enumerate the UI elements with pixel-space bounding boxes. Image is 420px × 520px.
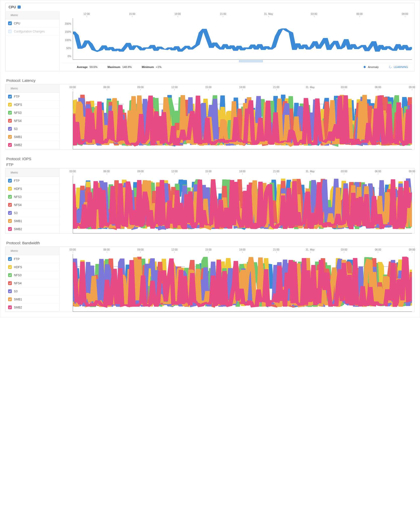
checkbox-icon[interactable]	[8, 219, 12, 223]
x-tick-label: 06:00	[375, 170, 381, 173]
chart-bandwidth[interactable]: 03:0006:0009:0012:0015:0018:0021:0031. M…	[60, 247, 414, 312]
checkbox-icon[interactable]	[8, 289, 12, 293]
legend-label: NFS4	[14, 119, 22, 123]
info-icon[interactable]: i	[18, 6, 21, 9]
legend-item-nfs4[interactable]: NFS4	[6, 117, 59, 125]
legend-label: Configuration Changes	[14, 30, 45, 33]
legend-item-nfs4[interactable]: NFS4	[6, 279, 59, 287]
legend-item-cpu[interactable]: CPU	[6, 19, 59, 27]
x-tick-label: 15:00	[205, 248, 212, 251]
legend-iops: Metric FTPHDFSNFS3NFS4S3SMB1SMB2	[6, 168, 60, 233]
legend-label: S3	[14, 127, 18, 131]
legend-item-smb2[interactable]: SMB2	[6, 225, 59, 233]
x-tick-label: 12:00	[171, 86, 178, 89]
anomaly-indicator: Anomaly	[363, 65, 379, 68]
legend-label: SMB2	[14, 143, 22, 147]
y-tick-label: 200%	[65, 22, 71, 25]
time-range-scrubber[interactable]	[73, 60, 412, 63]
checkbox-icon[interactable]	[8, 273, 12, 277]
legend-item-smb1[interactable]: SMB1	[6, 133, 59, 141]
panel-iops: Metric FTPHDFSNFS3NFS4S3SMB1SMB2 03:0006…	[5, 168, 415, 234]
x-tick-label: 21:00	[273, 170, 279, 173]
legend-label: HDFS	[14, 265, 22, 269]
legend-item-nfs3[interactable]: NFS3	[6, 271, 59, 279]
checkbox-icon[interactable]	[8, 227, 12, 231]
checkbox-icon[interactable]	[8, 21, 12, 25]
section-subtitle-iops: FTP	[6, 162, 415, 167]
legend-label: FTP	[14, 257, 20, 261]
checkbox-icon[interactable]	[8, 143, 12, 147]
checkbox-icon[interactable]	[8, 187, 12, 191]
legend-item-hdfs[interactable]: HDFS	[6, 263, 59, 271]
chart-latency[interactable]: 03:0006:0009:0012:0015:0018:0021:0031. M…	[60, 84, 414, 149]
x-tick-label: 18:00	[239, 86, 245, 89]
panel-bandwidth: Metric FTPHDFSNFS3NFS4S3SMB1SMB2 03:0006…	[5, 247, 415, 312]
x-tick-label: 03:00	[341, 170, 347, 173]
legend-item-smb1[interactable]: SMB1	[6, 217, 59, 225]
svg-marker-0	[363, 66, 366, 68]
legend-item-s3[interactable]: S3	[6, 125, 59, 133]
section-title-bandwidth: Protocol: Bandwidth	[6, 241, 415, 245]
max-value: 148.8%	[122, 65, 132, 68]
checkbox-icon[interactable]	[8, 195, 12, 199]
legend-item-smb1[interactable]: SMB1	[6, 295, 59, 303]
checkbox-icon[interactable]	[8, 29, 12, 33]
legend-item-smb2[interactable]: SMB2	[6, 303, 59, 311]
legend-item-ftp[interactable]: FTP	[6, 255, 59, 263]
y-tick-label: 0%	[68, 55, 71, 58]
checkbox-icon[interactable]	[8, 135, 12, 139]
legend-label: NFS3	[14, 273, 22, 277]
legend-item-ftp[interactable]: FTP	[6, 177, 59, 185]
legend-item-s3[interactable]: S3	[6, 209, 59, 217]
checkbox-icon[interactable]	[8, 211, 12, 215]
legend-cpu: Metric CPUConfiguration Changes	[6, 11, 60, 71]
checkbox-icon[interactable]	[8, 95, 12, 98]
checkbox-icon[interactable]	[8, 103, 12, 107]
x-tick-label: 06:00	[375, 86, 381, 89]
chart-cpu[interactable]: 12:0015:0018:0021:0031. May03:0006:0009:…	[60, 11, 414, 71]
legend-item-hdfs[interactable]: HDFS	[6, 185, 59, 193]
chart-iops[interactable]: 03:0006:0009:0012:0015:0018:0021:0031. M…	[60, 168, 414, 233]
anomaly-label: Anomaly	[368, 65, 379, 68]
legend-item-s3[interactable]: S3	[6, 287, 59, 295]
checkbox-icon[interactable]	[8, 281, 12, 285]
legend-header: Metric	[6, 84, 59, 93]
x-tick-label: 18:00	[239, 248, 245, 251]
legend-item-nfs4[interactable]: NFS4	[6, 201, 59, 209]
panel-title: CPU	[9, 5, 16, 9]
x-tick-label: 06:00	[356, 13, 363, 15]
legend-item-smb2[interactable]: SMB2	[6, 141, 59, 149]
legend-label: HDFS	[14, 187, 22, 191]
min-value: <1%	[156, 65, 162, 68]
panel-latency: Metric FTPHDFSNFS3NFS4S3SMB1SMB2 03:0006…	[5, 84, 415, 150]
x-tick-label: 03:00	[69, 248, 76, 251]
x-tick-label: 03:00	[341, 86, 347, 89]
legend-item-nfs3[interactable]: NFS3	[6, 193, 59, 201]
x-tick-label: 03:00	[69, 86, 76, 89]
checkbox-icon[interactable]	[8, 203, 12, 207]
checkbox-icon[interactable]	[8, 119, 12, 123]
stats-row: Average59.6% Maximum148.8% Minimum<1% An…	[62, 63, 412, 71]
checkbox-icon[interactable]	[8, 265, 12, 269]
legend-label: SMB2	[14, 227, 22, 231]
y-tick-label: 100%	[65, 39, 71, 41]
legend-label: SMB2	[14, 306, 22, 309]
checkbox-icon[interactable]	[8, 111, 12, 115]
checkbox-icon[interactable]	[8, 257, 12, 261]
x-tick-label: 06:00	[375, 248, 381, 251]
x-tick-label: 12:00	[84, 13, 90, 15]
legend-label: FTP	[14, 179, 20, 183]
x-tick-label: 09:00	[409, 170, 415, 173]
x-tick-label: 03:00	[311, 13, 317, 15]
checkbox-icon[interactable]	[8, 127, 12, 131]
legend-item-cfg[interactable]: Configuration Changes	[6, 27, 59, 36]
legend-item-ftp[interactable]: FTP	[6, 93, 59, 101]
legend-item-hdfs[interactable]: HDFS	[6, 101, 59, 109]
legend-item-nfs3[interactable]: NFS3	[6, 109, 59, 117]
avg-label: Average	[77, 65, 88, 68]
checkbox-icon[interactable]	[8, 305, 12, 309]
x-tick-label: 09:00	[137, 248, 144, 251]
checkbox-icon[interactable]	[8, 179, 12, 183]
checkbox-icon[interactable]	[8, 297, 12, 301]
y-tick-label: 50%	[66, 47, 71, 49]
